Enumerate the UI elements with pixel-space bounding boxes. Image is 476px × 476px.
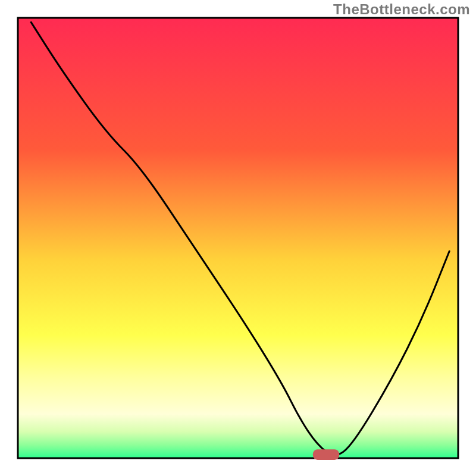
plot-background bbox=[18, 18, 458, 458]
bottleneck-chart bbox=[0, 0, 476, 476]
chart-container: TheBottleneck.com bbox=[0, 0, 476, 476]
plot-area bbox=[18, 18, 458, 460]
watermark-text: TheBottleneck.com bbox=[333, 1, 470, 18]
optimal-marker bbox=[313, 449, 339, 460]
